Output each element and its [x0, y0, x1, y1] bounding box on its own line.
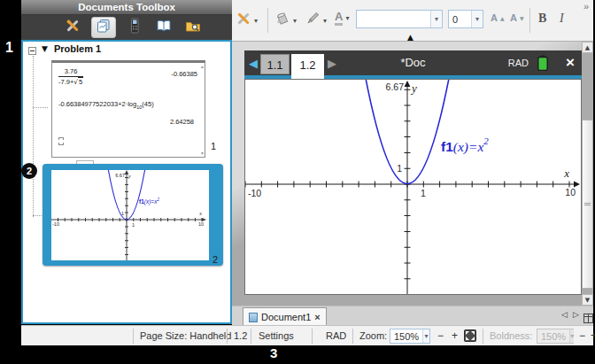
- zoom-label: Zoom:: [359, 326, 387, 345]
- text-color-button[interactable]: A ▾: [335, 10, 349, 26]
- svg-text:6.67: 6.67: [386, 81, 405, 92]
- page-1-number: 1: [211, 141, 216, 151]
- boldness-value: 150%: [537, 331, 569, 342]
- bold-button[interactable]: B: [538, 12, 546, 26]
- scroll-up-icon[interactable]: ▲: [582, 42, 593, 53]
- tree-line: [33, 215, 42, 216]
- tools-icon: [65, 18, 81, 37]
- svg-text:1: 1: [132, 222, 135, 228]
- italic-button[interactable]: I: [560, 12, 564, 26]
- content-search-button[interactable]: [182, 18, 204, 37]
- empty-input-prompt: [58, 137, 64, 145]
- angle-mode-indicator: RAD: [508, 50, 529, 75]
- document-title: *Doc: [400, 50, 425, 75]
- fill-bucket-icon: [274, 11, 290, 30]
- angle-mode-status: RAD: [326, 326, 346, 345]
- text-color-icon: A: [335, 10, 343, 26]
- dropdown-arrow-icon: ▾: [323, 17, 327, 25]
- status-separator: [251, 329, 251, 344]
- svg-text:1: 1: [121, 211, 124, 216]
- page-forward-arrow[interactable]: ▶: [328, 57, 336, 71]
- document-tab-label: Document1: [261, 312, 311, 322]
- thumb-grip: [584, 203, 591, 205]
- svg-text:10: 10: [565, 187, 576, 197]
- handheld-button[interactable]: [124, 18, 145, 37]
- toolbar-separator: [267, 8, 268, 33]
- vertical-scrollbar[interactable]: ▲ ▼: [582, 42, 593, 306]
- tree-expander[interactable]: [28, 47, 36, 55]
- status-separator: [352, 329, 353, 344]
- documents-toolbox-panel: Documents Toolbox: [21, 0, 232, 324]
- svg-text:y: y: [128, 174, 131, 179]
- panel-title: Documents Toolbox: [21, 0, 232, 15]
- book-icon: [156, 18, 172, 37]
- thumb-scroll-up-icon: ▴: [201, 64, 204, 69]
- close-document-icon[interactable]: ×: [566, 50, 575, 75]
- pen-icon: [305, 11, 321, 30]
- tree-collapse-arrow-icon[interactable]: ▼: [42, 44, 48, 53]
- font-size-combo[interactable]: 0 ▾: [448, 10, 483, 28]
- close-tab-icon[interactable]: ×: [314, 312, 320, 322]
- zoom-in-button[interactable]: +: [452, 326, 458, 345]
- battery-icon: [537, 55, 548, 71]
- content-explorer-button[interactable]: [153, 18, 174, 37]
- svg-text:6.67: 6.67: [115, 173, 125, 178]
- tools-button[interactable]: [62, 18, 83, 37]
- fit-page-button[interactable]: [464, 329, 476, 344]
- zoom-combo[interactable]: 150% ▾: [390, 329, 430, 344]
- page-back-arrow[interactable]: ◀: [249, 57, 258, 71]
- svg-text:-10: -10: [248, 188, 261, 198]
- combo-arrow-icon: ▾: [471, 11, 483, 27]
- status-separator: [312, 329, 313, 344]
- log-expression: -0.66384977522033+2·log10(45): [58, 100, 154, 110]
- page-sorter-button[interactable]: [91, 17, 116, 38]
- scroll-down-icon[interactable]: ▼: [582, 294, 593, 306]
- status-separator: [483, 329, 483, 344]
- page-2-thumbnail-selected[interactable]: 6.67 y 1 -10 1 10 x f1(x)=x2 2: [42, 164, 223, 266]
- boldness-label: Boldness:: [490, 326, 532, 345]
- increase-font-button[interactable]: A▲: [491, 12, 505, 23]
- collapse-toolbar-button[interactable]: ▲: [407, 33, 413, 42]
- tree-line: [33, 56, 34, 217]
- font-family-combo[interactable]: ▾: [356, 10, 443, 28]
- open-documents-bar: Document1 × ◁ ▷: [232, 306, 593, 325]
- graph-work-area[interactable]: 6.67 y 1 -10 1 10 x f1(x)=x2: [244, 79, 582, 295]
- problem-label[interactable]: Problem 1: [54, 43, 101, 54]
- main-toolbar: ▾ ▾ ▾ A ▾ ▾ 0 ▾ A▲ A▼ B I »: [232, 0, 593, 42]
- tab-page-1-1[interactable]: 1.1: [260, 54, 290, 74]
- svg-text:1: 1: [397, 163, 402, 174]
- settings-button[interactable]: Settings: [259, 326, 294, 345]
- page-size-button[interactable]: Page Size: Handheld: [140, 326, 231, 345]
- prev-document-icon[interactable]: ◁: [561, 310, 568, 319]
- result-1: -0.66385: [171, 70, 197, 78]
- line-color-button[interactable]: ▾: [305, 11, 327, 30]
- document1-tab[interactable]: Document1 ×: [243, 307, 327, 326]
- fraction-expression: 3.76 -7.9+√5: [58, 67, 83, 86]
- tools-menu-button[interactable]: ▾: [236, 11, 258, 30]
- svg-text:f1(x)=x2: f1(x)=x2: [441, 136, 489, 155]
- main-graph: 6.67 y 1 -10 1 10 x f1(x)=x2: [245, 80, 581, 294]
- callout-1: 1: [5, 40, 13, 56]
- callout-2-badge: 2: [21, 163, 37, 179]
- document-icon: [249, 313, 258, 322]
- svg-text:x: x: [198, 211, 202, 216]
- tab-page-1-2-active[interactable]: 1.2: [291, 54, 324, 79]
- svg-text:y: y: [410, 81, 417, 95]
- down-arrow-icon: ▼: [520, 15, 524, 21]
- page-2-number: 2: [212, 254, 218, 265]
- font-size-value: 0: [449, 14, 471, 25]
- combo-arrow-icon: ▾: [422, 329, 429, 343]
- scrollbar-track[interactable]: [582, 53, 593, 120]
- fill-color-button[interactable]: ▾: [274, 11, 297, 30]
- decrease-font-button[interactable]: A▼: [510, 12, 524, 23]
- zoom-out-button[interactable]: −: [437, 326, 444, 345]
- up-arrow-icon: ▲: [500, 15, 505, 21]
- scrollbar-thumb[interactable]: [582, 120, 593, 289]
- status-bar: Page Size: Handheld 1.2 Settings RAD Zoo…: [21, 325, 593, 345]
- page-1-thumbnail[interactable]: 3.76 -7.9+√5 -0.66385 -0.66384977522033+…: [51, 60, 205, 158]
- next-document-icon[interactable]: ▷: [573, 310, 579, 319]
- toolbar-overflow-button[interactable]: »: [583, 1, 589, 12]
- tree-line: [33, 107, 48, 108]
- page-sorter-icon: [96, 18, 112, 37]
- svg-text:10: 10: [198, 221, 204, 227]
